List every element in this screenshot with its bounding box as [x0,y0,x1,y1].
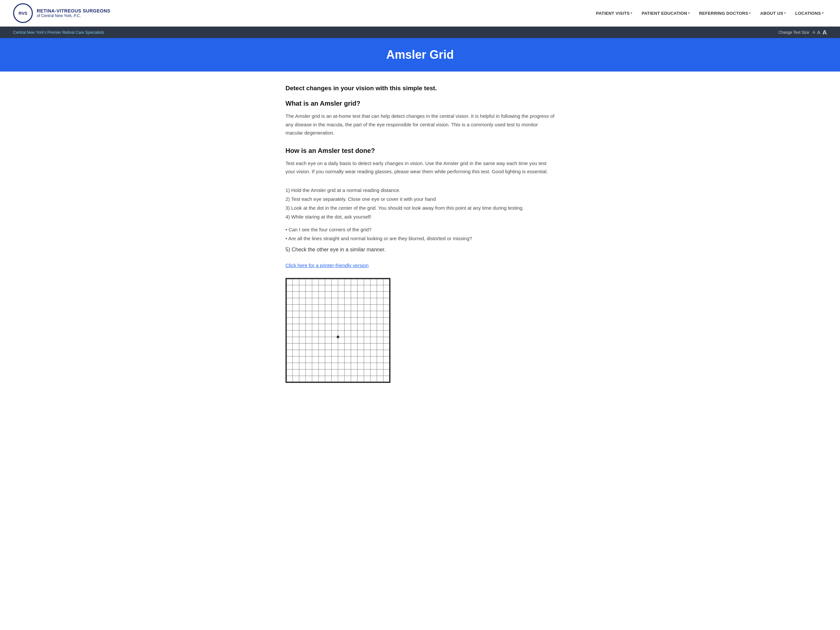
nav-locations[interactable]: LOCATIONS ▾ [792,9,827,18]
text-size-large-button[interactable]: A [822,29,827,35]
text-size-controls: A A A [812,29,827,35]
logo-line2: of Central New York, P.C. [37,13,110,18]
nav-referring-doctors[interactable]: REFERRING DOCTORS ▾ [696,9,754,18]
list-item: Are all the lines straight and normal lo… [286,234,554,243]
logo-text: Retina-Vitreous Surgeons of Central New … [37,8,110,18]
svg-point-31 [337,335,339,338]
text-size-medium-button[interactable]: A [817,30,820,35]
text-size-small-button[interactable]: A [812,30,815,35]
section1-heading: What is an Amsler grid? [286,100,554,107]
bullet-list: Can I see the four corners of the grid? … [286,225,554,243]
printer-friendly-link[interactable]: Click here for a printer-friendly versio… [286,262,368,268]
amsler-grid-svg [286,279,390,382]
amsler-grid-image [286,278,390,383]
list-item: 2) Test each eye separately. Close one e… [286,194,554,204]
list-item: 1) Hold the Amsler grid at a normal read… [286,186,554,194]
nav-patient-education[interactable]: PATIENT EDUCATION ▾ [638,9,693,18]
chevron-down-icon: ▾ [822,11,824,15]
nav-patient-visits[interactable]: PATIENT VISITS ▾ [592,9,636,18]
final-step: 5) Check the other eye in a similar mann… [286,247,554,253]
chevron-down-icon: ▾ [749,11,751,15]
subheader-right: Change Text Size A A A [778,29,827,35]
chevron-down-icon: ▾ [784,11,786,15]
hero-banner: Amsler Grid [0,38,840,71]
site-header: RVS Retina-Vitreous Surgeons of Central … [0,0,840,27]
section2-intro: Test each eye on a daily basis to detect… [286,159,554,176]
list-item: Can I see the four corners of the grid? [286,225,554,234]
main-nav: PATIENT VISITS ▾ PATIENT EDUCATION ▾ REF… [592,9,827,18]
page-title: Amsler Grid [6,48,834,62]
list-item: 3) Look at the dot in the center of the … [286,204,554,212]
nav-about-us[interactable]: ABOUT US ▾ [757,9,789,18]
change-text-size-label: Change Text Size [778,30,809,35]
section2-heading: How is an Amsler test done? [286,147,554,155]
chevron-down-icon: ▾ [631,11,632,15]
intro-statement: Detect changes in your vision with this … [286,85,554,92]
chevron-down-icon: ▾ [688,11,690,15]
subheader-bar: Central New York's Premier Retinal Care … [0,27,840,38]
list-item: 4) While staring at the dot, ask yoursel… [286,212,554,221]
logo-circle: RVS [13,3,33,23]
main-content: Detect changes in your vision with this … [272,71,568,396]
subheader-tagline: Central New York's Premier Retinal Care … [13,30,104,35]
steps-list: 1) Hold the Amsler grid at a normal read… [286,186,554,221]
section1-body: The Amsler grid is an at-home test that … [286,112,554,137]
logo-initials: RVS [19,11,28,16]
logo-area: RVS Retina-Vitreous Surgeons of Central … [13,3,110,23]
logo-line1: Retina-Vitreous Surgeons [37,8,110,13]
